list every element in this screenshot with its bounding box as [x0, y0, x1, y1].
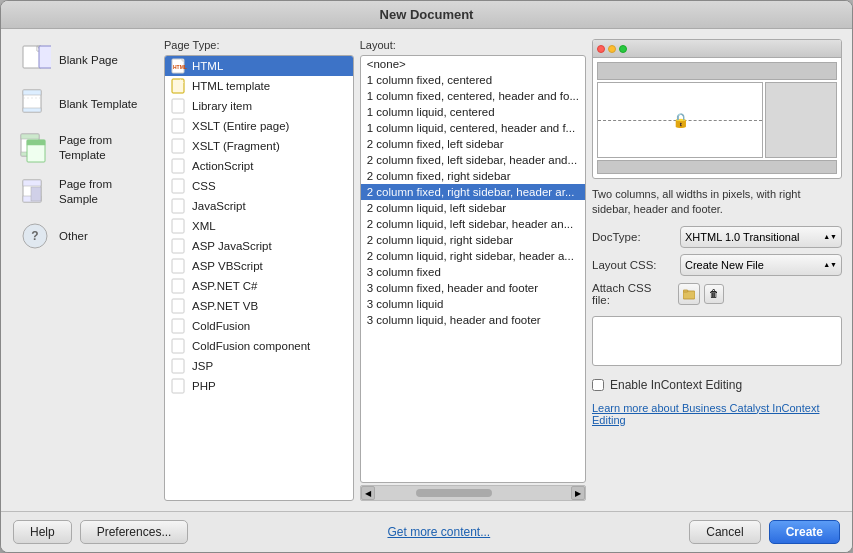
svg-rect-6 [23, 90, 41, 95]
layout-item-2col-fixed-right[interactable]: 2 column fixed, right sidebar [361, 168, 585, 184]
layout-item-none-label: <none> [367, 58, 406, 70]
svg-rect-42 [683, 290, 688, 292]
svg-text:HTML: HTML [173, 64, 187, 70]
xslt-fragment-file-icon [171, 138, 187, 154]
sidebar-item-blank-page-label: Blank Page [59, 53, 118, 68]
php-file-icon [171, 378, 187, 394]
page-type-item-javascript-label: JavaScript [192, 200, 246, 212]
html-template-file-icon [171, 78, 187, 94]
enable-incontext-row: Enable InContext Editing [592, 378, 842, 392]
page-type-item-coldfusion[interactable]: ColdFusion [165, 316, 353, 336]
doctype-select[interactable]: XHTML 1.0 Transitional ▲▼ [680, 226, 842, 248]
svg-rect-3 [39, 46, 51, 68]
layout-item-2col-fixed-right-hf[interactable]: 2 column fixed, right sidebar, header ar… [361, 184, 585, 200]
dialog-title: New Document [380, 7, 474, 22]
layout-item-3col-fixed-hf[interactable]: 3 column fixed, header and footer [361, 280, 585, 296]
attach-css-browse-btn[interactable] [678, 283, 700, 305]
layout-item-3col-liquid[interactable]: 3 column liquid [361, 296, 585, 312]
preferences-button[interactable]: Preferences... [80, 520, 189, 544]
layout-item-2col-liquid-left[interactable]: 2 column liquid, left sidebar [361, 200, 585, 216]
page-type-item-php[interactable]: PHP [165, 376, 353, 396]
sidebar-item-page-from-sample[interactable]: Page from Sample [11, 171, 156, 213]
layout-item-none[interactable]: <none> [361, 56, 585, 72]
layout-item-3col-fixed[interactable]: 3 column fixed [361, 264, 585, 280]
layout-item-2col-fixed-left[interactable]: 2 column fixed, left sidebar [361, 136, 585, 152]
page-type-item-javascript[interactable]: JavaScript [165, 196, 353, 216]
learn-more-link[interactable]: Learn more about Business Catalyst InCon… [592, 402, 842, 426]
layout-scrollbar[interactable]: ◀ ▶ [360, 485, 586, 501]
create-button[interactable]: Create [769, 520, 840, 544]
layout-item-3col-liquid-hf-label: 3 column liquid, header and footer [367, 314, 541, 326]
layout-item-2col-liquid-left-hf[interactable]: 2 column liquid, left sidebar, header an… [361, 216, 585, 232]
layout-item-1col-liquid-hf[interactable]: 1 column liquid, centered, header and f.… [361, 120, 585, 136]
svg-rect-27 [172, 119, 184, 133]
page-type-item-library-label: Library item [192, 100, 252, 112]
page-type-item-html-template[interactable]: HTML template [165, 76, 353, 96]
html-file-icon: HTML [171, 58, 187, 74]
layout-item-2col-liquid-left-label: 2 column liquid, left sidebar [367, 202, 506, 214]
coldfusion-file-icon [171, 318, 187, 334]
layout-list[interactable]: <none> 1 column fixed, centered 1 column… [360, 55, 586, 483]
layout-item-2col-fixed-left-hf-label: 2 column fixed, left sidebar, header and… [367, 154, 577, 166]
preview-body-block: 🔒 [597, 82, 837, 158]
page-type-item-xslt-fragment[interactable]: XSLT (Fragment) [165, 136, 353, 156]
page-type-item-html[interactable]: HTML HTML [165, 56, 353, 76]
layout-item-1col-fixed[interactable]: 1 column fixed, centered [361, 72, 585, 88]
sidebar-item-blank-page[interactable]: Blank Page [11, 39, 156, 81]
layout-item-3col-liquid-label: 3 column liquid [367, 298, 444, 310]
doctype-arrows: ▲▼ [823, 233, 837, 240]
svg-rect-29 [172, 159, 184, 173]
page-type-item-jsp[interactable]: JSP [165, 356, 353, 376]
sidebar-item-blank-template-label: Blank Template [59, 97, 137, 112]
page-type-item-xml[interactable]: XML [165, 216, 353, 236]
sidebar-item-other[interactable]: ? Other [11, 215, 156, 257]
scrollbar-track[interactable] [379, 489, 567, 497]
page-type-item-aspnet-vb[interactable]: ASP.NET VB [165, 296, 353, 316]
layout-item-1col-liquid[interactable]: 1 column liquid, centered [361, 104, 585, 120]
page-type-item-aspnet-cs[interactable]: ASP.NET C# [165, 276, 353, 296]
enable-incontext-checkbox[interactable] [592, 379, 604, 391]
sidebar-item-blank-template[interactable]: Blank Template [11, 83, 156, 125]
page-type-item-php-label: PHP [192, 380, 216, 392]
blank-page-icon [19, 44, 51, 76]
scrollbar-thumb[interactable] [416, 489, 491, 497]
scroll-right-arrow[interactable]: ▶ [571, 486, 585, 500]
svg-text:?: ? [31, 229, 38, 243]
cancel-button[interactable]: Cancel [689, 520, 760, 544]
preview-layout: 🔒 [597, 62, 837, 174]
xml-file-icon [171, 218, 187, 234]
svg-rect-15 [23, 180, 41, 186]
page-type-list[interactable]: HTML HTML HT [164, 55, 354, 501]
layout-item-2col-fixed-left-hf[interactable]: 2 column fixed, left sidebar, header and… [361, 152, 585, 168]
page-type-item-actionscript[interactable]: ActionScript [165, 156, 353, 176]
sidebar-item-page-from-template[interactable]: Page from Template [11, 127, 156, 169]
page-type-item-coldfusion-component[interactable]: ColdFusion component [165, 336, 353, 356]
page-type-item-html-template-label: HTML template [192, 80, 270, 92]
layout-item-2col-liquid-right-hf-label: 2 column liquid, right sidebar, header a… [367, 250, 574, 262]
layout-css-arrows: ▲▼ [823, 261, 837, 268]
right-panel: 🔒 Two columns, all widths in pixels, wit… [592, 39, 842, 501]
layout-item-1col-fixed-hf[interactable]: 1 column fixed, centered, header and fo.… [361, 88, 585, 104]
layout-css-row: Layout CSS: Create New File ▲▼ [592, 254, 842, 276]
help-button[interactable]: Help [13, 520, 72, 544]
scroll-left-arrow[interactable]: ◀ [361, 486, 375, 500]
layout-item-3col-liquid-hf[interactable]: 3 column liquid, header and footer [361, 312, 585, 328]
page-type-item-css[interactable]: CSS [165, 176, 353, 196]
asp-js-file-icon [171, 238, 187, 254]
page-from-template-icon [19, 132, 51, 164]
layout-item-2col-liquid-right[interactable]: 2 column liquid, right sidebar [361, 232, 585, 248]
attach-css-textarea[interactable] [592, 316, 842, 366]
middle-columns: Page Type: HTML [164, 39, 842, 501]
svg-rect-26 [172, 99, 184, 113]
svg-rect-35 [172, 279, 184, 293]
layout-css-select[interactable]: Create New File ▲▼ [680, 254, 842, 276]
page-type-item-xslt-entire[interactable]: XSLT (Entire page) [165, 116, 353, 136]
layout-item-2col-liquid-right-hf[interactable]: 2 column liquid, right sidebar, header a… [361, 248, 585, 264]
page-type-item-asp-vb[interactable]: ASP VBScript [165, 256, 353, 276]
page-type-item-asp-js[interactable]: ASP JavaScript [165, 236, 353, 256]
trash-icon: 🗑 [709, 288, 719, 299]
page-type-label: Page Type: [164, 39, 354, 51]
attach-css-delete-btn[interactable]: 🗑 [704, 284, 724, 304]
get-more-content-button[interactable]: Get more content... [387, 525, 490, 539]
page-type-item-library[interactable]: Library item [165, 96, 353, 116]
